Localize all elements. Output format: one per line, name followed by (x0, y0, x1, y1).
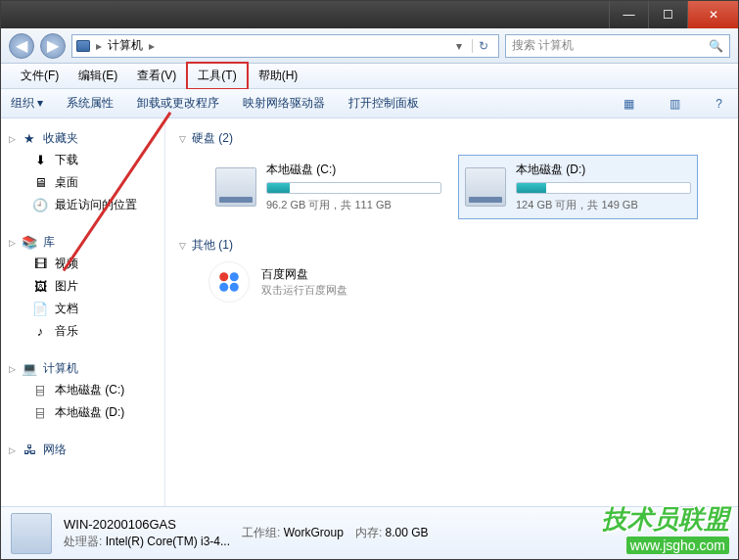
sidebar-item-videos[interactable]: 🎞视频 (5, 253, 161, 275)
content-pane: ▽ 硬盘 (2) 本地磁盘 (C:) 96.2 GB 可用，共 111 GB 本… (165, 118, 738, 506)
back-button[interactable]: ◀ (9, 33, 34, 59)
computer-icon: 💻 (22, 361, 37, 377)
svg-point-1 (230, 272, 239, 281)
drive-stats: 96.2 GB 可用，共 111 GB (266, 198, 441, 212)
sidebar-item-desktop[interactable]: 🖥桌面 (5, 171, 161, 194)
star-icon: ★ (22, 131, 37, 147)
drive-usage-fill (267, 183, 290, 193)
menu-edit[interactable]: 编辑(E) (69, 64, 127, 88)
address-dropdown[interactable]: ▾ (452, 39, 466, 53)
sidebar-favorites[interactable]: ▷ ★ 收藏夹 (5, 128, 161, 149)
sidebar-computer[interactable]: ▷ 💻 计算机 (5, 358, 161, 379)
baidu-icon (208, 261, 250, 303)
sidebar-item-pictures[interactable]: 🖼图片 (5, 275, 161, 298)
status-workgroup-label: 工作组: (242, 526, 280, 539)
watermark-text: 技术员联盟 (602, 502, 729, 537)
category-other[interactable]: ▽ 其他 (1) (179, 233, 724, 261)
sidebar-item-label: 本地磁盘 (C:) (55, 382, 124, 398)
network-icon: 🖧 (22, 443, 37, 458)
menu-help[interactable]: 帮助(H) (249, 64, 308, 88)
category-label: 其他 (1) (192, 237, 233, 254)
recent-icon: 🕘 (32, 198, 48, 213)
toolbar-organize[interactable]: 组织 ▾ (11, 95, 43, 112)
computer-icon (76, 40, 90, 52)
drive-icon: ⌸ (32, 405, 48, 421)
svg-point-3 (230, 283, 239, 292)
sidebar-group-favorites: ▷ ★ 收藏夹 ⬇下载 🖥桌面 🕘最近访问的位置 (5, 128, 161, 216)
menu-file[interactable]: 文件(F) (11, 64, 69, 88)
chevron-down-icon: ▽ (179, 241, 186, 251)
search-placeholder: 搜索 计算机 (512, 37, 574, 54)
status-workgroup: WorkGroup (284, 526, 344, 539)
sidebar-item-recent[interactable]: 🕘最近访问的位置 (5, 194, 161, 216)
toolbar-uninstall[interactable]: 卸载或更改程序 (137, 95, 219, 112)
status-memory-label: 内存: (355, 526, 382, 539)
sidebar: ▷ ★ 收藏夹 ⬇下载 🖥桌面 🕘最近访问的位置 ▷ 📚 库 🎞视频 🖼图片 📄… (1, 118, 165, 506)
sidebar-item-label: 收藏夹 (43, 130, 78, 147)
sidebar-group-network: ▷ 🖧 网络 (5, 440, 161, 460)
toolbar-control-panel[interactable]: 打开控制面板 (348, 95, 419, 112)
refresh-button[interactable]: ↻ (472, 39, 494, 53)
body-row: ▷ ★ 收藏夹 ⬇下载 🖥桌面 🕘最近访问的位置 ▷ 📚 库 🎞视频 🖼图片 📄… (1, 118, 738, 506)
drive-d[interactable]: 本地磁盘 (D:) 124 GB 可用，共 149 GB (458, 155, 698, 219)
sidebar-item-label: 文档 (55, 301, 78, 317)
help-icon[interactable]: ? (710, 97, 728, 111)
document-icon: 📄 (32, 302, 48, 317)
sidebar-item-label: 库 (43, 234, 55, 251)
sidebar-item-documents[interactable]: 📄文档 (5, 298, 161, 320)
menu-tools[interactable]: 工具(T) (186, 62, 248, 90)
sidebar-item-label: 图片 (55, 278, 78, 295)
sidebar-item-label: 最近访问的位置 (55, 197, 137, 213)
status-cpu-label: 处理器: (64, 535, 102, 548)
toolbar-map-drive[interactable]: 映射网络驱动器 (243, 95, 325, 112)
layout-icon[interactable]: ▥ (664, 97, 686, 111)
chevron-down-icon: ▽ (179, 134, 186, 144)
computer-icon (11, 513, 52, 554)
search-input[interactable]: 搜索 计算机 🔍 (505, 34, 730, 58)
path-segment[interactable]: 计算机 (108, 37, 143, 54)
maximize-button[interactable]: ☐ (648, 1, 687, 28)
menu-view[interactable]: 查看(V) (127, 64, 186, 88)
path-sep: ▸ (96, 39, 102, 53)
sidebar-item-label: 音乐 (55, 323, 78, 340)
other-item-sub: 双击运行百度网盘 (261, 283, 347, 298)
sidebar-item-music[interactable]: ♪音乐 (5, 320, 161, 343)
drive-usage-bar (516, 182, 691, 194)
menu-bar: 文件(F) 编辑(E) 查看(V) 工具(T) 帮助(H) (1, 64, 738, 89)
sidebar-item-label: 计算机 (43, 360, 78, 377)
title-bar: — ☐ ✕ (1, 1, 738, 28)
sidebar-item-label: 桌面 (55, 174, 78, 191)
picture-icon: 🖼 (32, 279, 48, 295)
drive-name: 本地磁盘 (D:) (516, 162, 691, 178)
drive-c[interactable]: 本地磁盘 (C:) 96.2 GB 可用，共 111 GB (208, 155, 448, 219)
sidebar-group-libraries: ▷ 📚 库 🎞视频 🖼图片 📄文档 ♪音乐 (5, 232, 161, 343)
sidebar-item-drive-c[interactable]: ⌸本地磁盘 (C:) (5, 379, 161, 401)
minimize-button[interactable]: — (609, 1, 648, 28)
download-icon: ⬇ (32, 153, 48, 168)
drive-usage-fill (517, 183, 546, 193)
address-bar[interactable]: ▸ 计算机 ▸ ▾ ↻ (71, 34, 499, 58)
music-icon: ♪ (32, 324, 48, 340)
drive-icon: ⌸ (32, 383, 48, 398)
toolbar-system-properties[interactable]: 系统属性 (67, 95, 114, 112)
drive-name: 本地磁盘 (C:) (266, 162, 441, 178)
video-icon: 🎞 (32, 257, 48, 272)
view-mode-icon[interactable]: ▦ (618, 97, 640, 111)
sidebar-item-drive-d[interactable]: ⌸本地磁盘 (D:) (5, 401, 161, 424)
explorer-window: — ☐ ✕ ◀ ▶ ▸ 计算机 ▸ ▾ ↻ 搜索 计算机 🔍 文件(F) 编辑(… (0, 0, 739, 560)
chevron-icon: ▷ (9, 238, 16, 248)
sidebar-group-computer: ▷ 💻 计算机 ⌸本地磁盘 (C:) ⌸本地磁盘 (D:) (5, 358, 161, 424)
other-item-baidu[interactable]: 百度网盘 双击运行百度网盘 (179, 261, 724, 303)
toolbar: 组织 ▾ 系统属性 卸载或更改程序 映射网络驱动器 打开控制面板 ▦ ▥ ? (1, 89, 738, 118)
search-icon: 🔍 (709, 39, 723, 53)
category-hard-drives[interactable]: ▽ 硬盘 (2) (179, 126, 724, 155)
close-button[interactable]: ✕ (687, 1, 738, 28)
status-memory: 8.00 GB (386, 526, 429, 539)
path-sep: ▸ (149, 39, 155, 53)
drive-stats: 124 GB 可用，共 149 GB (516, 198, 691, 212)
sidebar-item-label: 本地磁盘 (D:) (55, 404, 124, 421)
sidebar-network[interactable]: ▷ 🖧 网络 (5, 440, 161, 460)
forward-button[interactable]: ▶ (40, 33, 66, 59)
desktop-icon: 🖥 (32, 175, 48, 191)
category-label: 硬盘 (2) (192, 130, 233, 147)
